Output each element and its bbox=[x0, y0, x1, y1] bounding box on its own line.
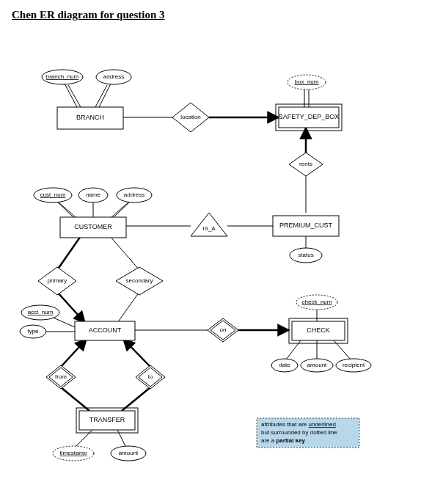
attr-box-num: box_num bbox=[288, 75, 326, 90]
svg-text:on: on bbox=[220, 326, 227, 333]
svg-text:PREMIUM_CUST: PREMIUM_CUST bbox=[279, 222, 333, 229]
svg-text:secondary: secondary bbox=[126, 277, 153, 284]
svg-line-2 bbox=[99, 82, 111, 107]
svg-text:rents: rents bbox=[299, 161, 312, 167]
svg-text:BRANCH: BRANCH bbox=[76, 114, 104, 121]
svg-marker-70 bbox=[191, 213, 227, 236]
attr-type: type bbox=[20, 325, 46, 338]
svg-line-18 bbox=[57, 236, 81, 270]
svg-text:cust_num: cust_num bbox=[40, 191, 66, 198]
attr-transfer-amount: amount bbox=[111, 446, 146, 461]
svg-text:address: address bbox=[124, 191, 144, 198]
svg-text:date: date bbox=[279, 362, 290, 368]
svg-text:TRANSFER: TRANSFER bbox=[89, 416, 125, 423]
svg-text:timestamp: timestamp bbox=[60, 450, 87, 456]
attr-branch-address: address bbox=[96, 70, 131, 84]
rel-from: from bbox=[46, 365, 76, 389]
entity-customer: CUSTOMER bbox=[60, 217, 126, 238]
svg-line-11 bbox=[59, 202, 76, 217]
svg-text:acct_num: acct_num bbox=[28, 309, 54, 315]
svg-line-20 bbox=[57, 292, 85, 323]
isa-triangle: IS_A bbox=[191, 213, 227, 236]
svg-text:location: location bbox=[180, 114, 201, 120]
svg-line-3 bbox=[95, 85, 107, 107]
svg-text:check_num: check_num bbox=[302, 299, 332, 305]
svg-line-30 bbox=[61, 339, 87, 367]
attr-branch-num: branch_num bbox=[42, 70, 83, 84]
attr-status: status bbox=[290, 248, 322, 263]
attr-recipient: recipient bbox=[336, 359, 371, 372]
svg-line-33 bbox=[122, 387, 150, 411]
attr-name: name bbox=[78, 188, 108, 202]
svg-text:CUSTOMER: CUSTOMER bbox=[74, 223, 112, 230]
svg-text:branch_num: branch_num bbox=[46, 73, 79, 80]
entity-branch: BRANCH bbox=[57, 107, 123, 129]
svg-text:but surrounded by dotted line: but surrounded by dotted line bbox=[261, 429, 337, 436]
entity-safety-dep-box: SAFETY_DEP_BOX bbox=[276, 104, 342, 131]
svg-text:type: type bbox=[27, 328, 39, 335]
svg-text:attributes that are underlined: attributes that are underlined bbox=[261, 421, 336, 428]
attr-acct-num: acct_num bbox=[21, 305, 59, 320]
svg-line-19 bbox=[110, 236, 139, 270]
attr-cust-num: cust_num bbox=[34, 188, 72, 202]
rel-secondary: secondary bbox=[116, 267, 163, 295]
attr-check-num: check_num bbox=[296, 295, 337, 310]
svg-text:status: status bbox=[298, 252, 313, 258]
rel-to: to bbox=[136, 365, 165, 389]
svg-text:name: name bbox=[86, 191, 101, 198]
rel-primary: primary bbox=[38, 267, 76, 295]
svg-line-21 bbox=[117, 292, 139, 323]
svg-text:are a partial key: are a partial key bbox=[261, 437, 306, 444]
attr-timestamp: timestamp bbox=[53, 446, 94, 461]
svg-text:primary: primary bbox=[48, 277, 67, 284]
svg-line-32 bbox=[61, 387, 89, 411]
svg-line-31 bbox=[123, 339, 150, 367]
svg-text:from: from bbox=[55, 373, 67, 380]
svg-text:SAFETY_DEP_BOX: SAFETY_DEP_BOX bbox=[279, 113, 340, 120]
entity-transfer: TRANSFER bbox=[76, 408, 138, 433]
svg-text:amount: amount bbox=[119, 450, 139, 456]
svg-text:to: to bbox=[148, 373, 153, 380]
svg-text:amount: amount bbox=[307, 362, 327, 368]
entity-premium-cust: PREMIUM_CUST bbox=[273, 216, 339, 236]
rel-location: location bbox=[172, 103, 209, 132]
svg-text:address: address bbox=[103, 73, 124, 80]
svg-line-1 bbox=[68, 85, 81, 107]
svg-text:CHECK: CHECK bbox=[307, 326, 330, 334]
rel-rents: rents bbox=[289, 153, 323, 176]
attr-customer-address: address bbox=[117, 188, 152, 202]
svg-line-0 bbox=[64, 82, 77, 107]
attr-date: date bbox=[271, 359, 298, 372]
svg-line-14 bbox=[111, 202, 128, 217]
legend-note: attributes that are underlined but surro… bbox=[257, 418, 359, 448]
svg-text:IS_A: IS_A bbox=[202, 225, 216, 232]
entity-check: CHECK bbox=[289, 318, 348, 343]
svg-text:recipient: recipient bbox=[343, 362, 365, 368]
attr-check-amount: amount bbox=[301, 359, 333, 372]
er-diagram: BRANCH SAFETY_DEP_BOX CUSTOMER PREMIUM_C… bbox=[0, 0, 421, 504]
entity-account: ACCOUNT bbox=[75, 321, 135, 340]
svg-text:ACCOUNT: ACCOUNT bbox=[89, 326, 122, 334]
rel-on: on bbox=[208, 318, 238, 342]
svg-text:box_num: box_num bbox=[295, 78, 319, 85]
